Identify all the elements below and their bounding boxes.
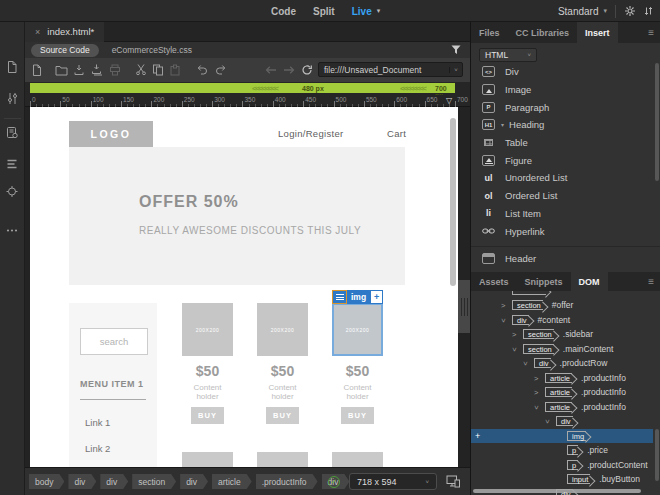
collapse-arrow-icon[interactable]: > [532,405,541,409]
buy-button[interactable]: BUY [341,407,374,424]
file-icon[interactable] [6,60,19,74]
forward-icon[interactable] [281,62,297,78]
dom-node-p-productContent[interactable]: p.productContent [471,458,660,473]
collapse-arrow-icon[interactable]: > [510,347,519,351]
expand-arrow-icon[interactable]: > [534,374,538,383]
workspace-switcher[interactable]: Standard▾ [558,6,607,17]
insert-panel-scrollbar[interactable] [655,63,659,181]
document-tab[interactable]: × index.html* [25,22,104,42]
dom-node-section-mainContent[interactable]: >section.mainContent [471,342,660,357]
tag-crumb-body[interactable]: body [29,474,64,489]
product-image-placeholder[interactable]: 200X200 [332,303,383,356]
dom-node-p-price[interactable]: p.price [471,443,660,458]
tag-crumb-div[interactable]: div [68,474,96,489]
view-mode-live[interactable]: Live [352,6,372,17]
media-query-480[interactable]: 480 px [302,85,324,92]
insert-item-list-item[interactable]: liList Item [471,205,660,223]
chevron-down-icon[interactable]: ▾ [377,7,381,15]
dom-node-div[interactable]: >div [471,414,660,429]
sync-arrows-icon[interactable] [644,5,653,17]
view-mode-split[interactable]: Split [313,6,335,17]
dom-row-partial[interactable]: div [471,487,660,495]
copy-icon[interactable] [150,62,166,78]
insert-item-figure[interactable]: Figure [471,151,660,169]
dom-node-section-sidebar[interactable]: >section.sidebar [471,327,660,342]
dom-node-div-content[interactable]: >div#content [471,313,660,328]
dom-node-article-productInfo[interactable]: >article.productInfo [471,371,660,386]
more-options-icon[interactable] [6,228,19,233]
element-hamburger-icon[interactable] [332,290,347,304]
expand-arrow-icon[interactable]: > [534,388,538,397]
insert-item-hyperlink[interactable]: Hyperlink [471,222,660,240]
files-list-icon[interactable] [6,158,19,170]
tag-crumb-productInfo[interactable]: .productInfo [256,474,318,489]
refresh-icon[interactable] [299,62,315,78]
add-element-button[interactable]: + [370,290,383,304]
dom-node-article-productInfo[interactable]: >article.productInfo [471,385,660,400]
nav-link-cart[interactable]: Cart [387,128,406,139]
close-icon[interactable]: × [35,27,40,37]
tab-files[interactable]: Files [471,22,508,43]
target-icon[interactable] [6,185,19,198]
viewport-size-select[interactable]: 718 x 594 ˅ [349,473,437,490]
panel-splitter-grip[interactable] [458,280,470,333]
back-icon[interactable] [263,62,279,78]
dom-node-img[interactable]: +img [471,429,653,444]
print-icon[interactable] [107,62,123,78]
expand-arrow-icon[interactable]: > [501,301,505,310]
tab-insert[interactable]: Insert [577,22,618,43]
chevron-down-icon[interactable]: ▾ [501,121,504,128]
insert-item-div[interactable]: <>Div [471,63,660,81]
related-file[interactable]: eCommerceStyle.css [112,45,192,55]
product-image-placeholder[interactable]: 200X200 [257,303,308,356]
save-all-icon[interactable] [89,62,105,78]
tab-cc-libraries[interactable]: CC Libraries [508,22,578,43]
buy-button[interactable]: BUY [191,407,224,424]
collapse-arrow-icon[interactable]: > [499,318,508,322]
selected-element-tag[interactable]: img [347,290,370,304]
lint-ok-icon[interactable]: ✓ [328,476,340,488]
cut-icon[interactable] [133,62,149,78]
gear-icon[interactable] [624,5,636,17]
tab-snippets[interactable]: Snippets [517,272,571,291]
nav-link-login-register[interactable]: Login/Register [278,128,343,139]
paste-icon[interactable] [167,62,183,78]
tab-dom[interactable]: DOM [571,272,608,291]
insert-category-select[interactable]: HTML ˅ [479,48,537,62]
filter-sliders-icon[interactable] [6,92,19,105]
save-icon[interactable] [71,62,87,78]
insert-item-unordered-list[interactable]: ulUnordered List [471,169,660,187]
redo-icon[interactable] [213,62,229,78]
dom-node-section-offer[interactable]: >section#offer [471,298,660,313]
insert-item-image[interactable]: Image [471,81,660,99]
address-bar[interactable]: file:///Unsaved_Document ˅ [318,62,463,77]
expand-arrow-icon[interactable]: > [512,330,516,339]
device-preview-icon[interactable] [446,475,461,488]
buy-button[interactable]: BUY [266,407,299,424]
collapse-arrow-icon[interactable]: > [543,419,552,423]
view-mode-code[interactable]: Code [271,6,296,17]
product-image-placeholder[interactable]: 200X200 [182,303,233,356]
search-input[interactable]: search [80,328,148,355]
media-query-bar[interactable]: <<<<<<<< 480 px <<<<<<<< 700 px [30,83,455,93]
tag-crumb-div[interactable]: div [100,474,128,489]
collapse-arrow-icon[interactable]: > [521,361,530,365]
tag-crumb-div[interactable]: div [180,474,208,489]
insert-node-icon[interactable]: + [475,431,480,441]
sidebar-link[interactable]: Link 2 [85,443,110,454]
extract-library-icon[interactable] [6,126,19,139]
insert-item-ordered-list[interactable]: olOrdered List [471,187,660,205]
dom-row-partial[interactable] [471,291,660,298]
insert-item-heading[interactable]: H1▾Heading [471,116,660,134]
panel-menu-icon[interactable]: ≡ [648,27,654,38]
tag-crumb-article[interactable]: article [212,474,252,489]
undo-icon[interactable] [194,62,210,78]
insert-item-table[interactable]: Table [471,134,660,152]
sidebar-link[interactable]: Link 1 [85,417,110,428]
insert-item-paragraph[interactable]: PParagraph [471,98,660,116]
dom-node-input-buyButton[interactable]: input.buyButton [471,472,660,487]
open-folder-icon[interactable] [53,62,69,78]
dom-node-article-productInfo[interactable]: >article.productInfo [471,400,660,415]
chevron-down-icon[interactable]: ˅ [449,67,462,73]
dom-node-div-productRow[interactable]: >div.productRow [471,356,660,371]
